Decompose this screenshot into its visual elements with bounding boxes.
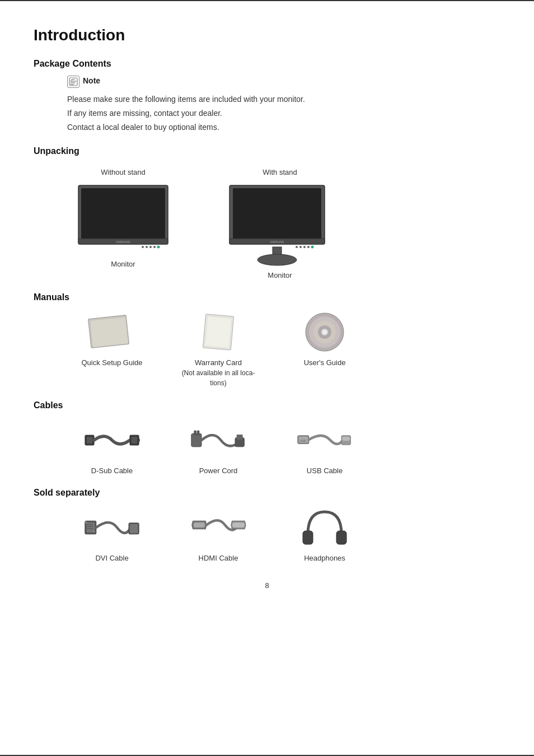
svg-rect-38 [132, 436, 138, 444]
manuals-section: Manuals Quick Setup Guide [34, 291, 500, 389]
unpacking-section: Unpacking Without stand SAMSUNG [34, 144, 500, 281]
manuals-title: Manuals [34, 291, 500, 304]
dsub-cable-item: D-Sub Cable [67, 418, 157, 476]
sold-separately-title: Sold separately [34, 486, 500, 500]
monitor-row: Without stand SAMSUNG Monitor [67, 164, 500, 281]
power-cord-icon [190, 421, 246, 460]
svg-text:SAMSUNG: SAMSUNG [116, 240, 130, 244]
dsub-cable-icon [84, 421, 140, 460]
svg-rect-43 [237, 435, 243, 440]
power-cord-label: Power Cord [199, 466, 238, 476]
monitor-with-stand-label: With stand [263, 167, 297, 178]
note-item-2: If any items are missing, contact your d… [67, 108, 500, 119]
cables-title: Cables [34, 399, 500, 412]
package-contents-title: Package Contents [34, 57, 500, 71]
svg-point-11 [149, 246, 152, 248]
sold-separately-section: Sold separately [34, 486, 500, 563]
svg-marker-67 [232, 522, 245, 528]
page-container: Introduction Package Contents Note Pleas… [0, 0, 534, 756]
svg-text:USB: USB [299, 438, 306, 442]
hdmi-cable-label: HDMI Cable [199, 553, 238, 563]
svg-point-52 [90, 524, 91, 525]
note-item-3: Contact a local dealer to buy optional i… [67, 122, 500, 133]
quick-setup-guide-icon-area [84, 310, 140, 354]
dvi-cable-icon [84, 508, 140, 547]
headphones-item: Headphones [280, 505, 369, 563]
monitor-with-stand-icon: SAMSUNG [224, 183, 336, 267]
svg-point-22 [311, 245, 314, 248]
svg-point-61 [93, 530, 95, 533]
hdmi-cable-item: HDMI Cable [174, 505, 263, 563]
dvi-cable-label: DVI Cable [95, 553, 128, 563]
users-guide-icon-area [297, 310, 353, 354]
page-title: Introduction [34, 24, 500, 47]
monitor-without-stand-caption: Monitor [111, 259, 135, 270]
page-number: 8 [34, 580, 500, 591]
note-label: Note [83, 75, 100, 87]
svg-rect-15 [233, 188, 321, 239]
headphones-icon [299, 506, 350, 548]
svg-rect-6 [81, 188, 165, 239]
monitor-without-stand: Without stand SAMSUNG Monitor [67, 164, 179, 281]
svg-point-21 [307, 246, 310, 248]
quick-setup-guide-icon [87, 312, 137, 352]
hdmi-cable-icon [190, 508, 246, 547]
svg-point-24 [257, 254, 297, 265]
svg-point-56 [92, 526, 93, 527]
dvi-cable-icon-area [84, 505, 140, 550]
unpacking-title: Unpacking [34, 144, 500, 158]
svg-rect-41 [197, 430, 200, 435]
svg-point-57 [87, 528, 88, 529]
svg-point-9 [142, 246, 144, 248]
svg-point-19 [299, 246, 302, 248]
svg-rect-39 [191, 433, 202, 447]
monitor-with-stand-caption: Monitor [268, 270, 292, 281]
sold-separately-row: DVI Cable HDMI Cable [67, 505, 500, 563]
headphones-icon-area [297, 505, 353, 550]
cables-row: D-Sub Cable Po [67, 418, 500, 476]
manuals-row: Quick Setup Guide Warranty Card(Not avai… [67, 310, 500, 389]
power-cord-item: Power Cord [174, 418, 263, 476]
power-cord-icon-area [190, 418, 246, 463]
svg-rect-40 [194, 430, 196, 435]
svg-point-34 [323, 330, 326, 334]
cables-section: Cables D-Sub Cable [34, 399, 500, 476]
warranty-card-icon [196, 312, 241, 352]
users-guide-item: User's Guide [280, 310, 369, 389]
note-items: Please make sure the following items are… [67, 94, 500, 133]
svg-point-51 [87, 524, 88, 525]
svg-point-18 [296, 246, 298, 248]
users-guide-icon [302, 310, 347, 354]
svg-rect-68 [303, 531, 313, 544]
note-item-1: Please make sure the following items are… [67, 94, 500, 105]
monitor-without-stand-label: Without stand [101, 167, 146, 178]
svg-point-60 [85, 521, 87, 524]
svg-point-59 [92, 528, 93, 529]
usb-cable-item: USB USB Cable [280, 418, 369, 476]
usb-cable-icon: USB [297, 421, 353, 460]
warranty-card-label: Warranty Card(Not available in all loca-… [182, 358, 255, 389]
warranty-card-icon-area [190, 310, 246, 354]
note-box: Note [67, 75, 500, 88]
warranty-card-item: Warranty Card(Not available in all loca-… [174, 310, 263, 389]
svg-marker-65 [193, 522, 205, 528]
svg-marker-48 [342, 436, 350, 440]
svg-text:SAMSUNG: SAMSUNG [270, 240, 284, 244]
note-icon [67, 76, 79, 88]
svg-point-13 [157, 245, 160, 248]
svg-rect-36 [87, 436, 93, 444]
svg-point-58 [90, 528, 91, 529]
monitor-without-stand-icon: SAMSUNG [73, 183, 174, 255]
dvi-cable-item: DVI Cable [67, 505, 157, 563]
users-guide-label: User's Guide [304, 358, 346, 368]
headphones-label: Headphones [304, 553, 345, 563]
svg-point-10 [146, 246, 148, 248]
svg-point-20 [303, 246, 306, 248]
svg-rect-69 [336, 531, 346, 544]
dsub-cable-label: D-Sub Cable [91, 466, 133, 476]
svg-point-55 [90, 526, 91, 527]
svg-point-12 [153, 246, 156, 248]
monitor-with-stand: With stand SAMSUNG [224, 164, 336, 281]
quick-setup-guide-label: Quick Setup Guide [81, 358, 142, 368]
svg-point-53 [92, 524, 93, 525]
